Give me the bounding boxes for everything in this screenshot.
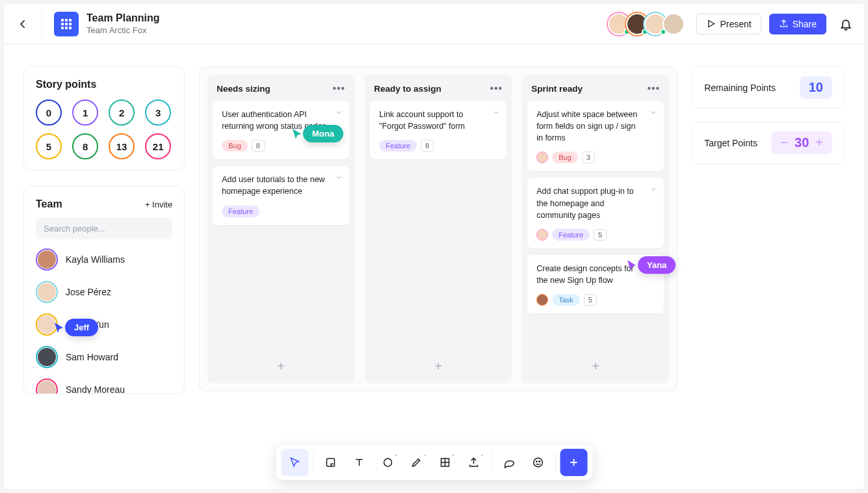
team-person[interactable]: Sandy Moreau (36, 379, 172, 394)
card-title: Create design concepts for the new Sign … (536, 263, 655, 286)
presence-avatars[interactable] (608, 13, 685, 35)
app-icon (54, 12, 79, 36)
team-person[interactable]: Sam Howard (36, 346, 172, 368)
person-name: Sam Howard (66, 352, 118, 362)
tool-upload[interactable]: ⌄ (460, 449, 487, 476)
team-person[interactable]: Aileen Yun (36, 313, 172, 336)
board-column: Needs sizing ••• User authentication API… (207, 75, 354, 383)
column-menu-button[interactable]: ••• (490, 83, 503, 94)
target-points-value: 30 (795, 135, 809, 150)
card-assignee-avatar (536, 294, 548, 306)
separator (312, 453, 313, 472)
card-tag: Task (552, 294, 580, 306)
tool-comment[interactable] (495, 449, 523, 476)
svg-rect-5 (69, 23, 72, 25)
column-add-button[interactable]: + (527, 355, 664, 378)
svg-rect-6 (61, 27, 64, 29)
person-name: Kayla Williams (66, 254, 125, 265)
tool-text[interactable] (345, 449, 373, 476)
column-title: Ready to assign (374, 84, 441, 94)
presence-avatar[interactable] (663, 13, 685, 35)
story-point-chip[interactable]: 0 (36, 100, 62, 126)
remaining-points-label: Remaining Points (704, 83, 776, 93)
target-points-panel: Target Points − 30 + (692, 122, 845, 164)
column-menu-button[interactable]: ••• (332, 83, 345, 94)
chevron-down-icon[interactable] (335, 172, 343, 184)
svg-marker-9 (709, 21, 715, 27)
team-title: Team (36, 198, 62, 210)
tool-sticker[interactable] (524, 449, 551, 476)
card-tag: Feature (552, 229, 590, 241)
team-person[interactable]: Kayla Williams (36, 248, 172, 271)
story-point-chip[interactable]: 8 (72, 133, 98, 159)
story-points-title: Story points (36, 79, 172, 90)
team-person[interactable]: Jose Pérez (36, 281, 172, 303)
search-people-input[interactable] (36, 218, 172, 239)
target-plus-button[interactable]: + (815, 135, 823, 150)
card-points: 3 (582, 152, 595, 163)
toolbar: ⌄ ⌄ ⌄ ⌄ (276, 445, 592, 480)
tool-shape[interactable]: ⌄ (374, 449, 401, 476)
chevron-down-icon[interactable] (335, 107, 343, 119)
invite-button[interactable]: + Invite (145, 200, 172, 209)
svg-rect-2 (69, 19, 72, 21)
story-point-chip[interactable]: 2 (109, 100, 135, 126)
board-card[interactable]: Create design concepts for the new Sign … (527, 255, 664, 313)
story-point-chip[interactable]: 3 (145, 100, 171, 126)
board-card[interactable]: Add chat support plug-in to the homepage… (527, 178, 664, 248)
svg-point-15 (539, 461, 540, 462)
card-points: 5 (594, 229, 607, 241)
card-tag: Feature (222, 206, 259, 217)
notifications-button[interactable] (839, 18, 852, 31)
tool-pencil[interactable]: ⌄ (402, 449, 430, 476)
svg-rect-7 (65, 27, 68, 29)
chevron-down-icon[interactable] (492, 107, 500, 119)
remaining-points-value: 10 (800, 76, 832, 99)
story-point-chip[interactable]: 13 (109, 133, 135, 159)
card-points: 5 (584, 294, 597, 306)
column-add-button[interactable]: + (370, 355, 506, 378)
chevron-down-icon[interactable] (650, 184, 657, 196)
present-label: Present (720, 19, 751, 29)
card-title: Add chat support plug-in to the homepage… (536, 185, 655, 220)
back-button[interactable] (16, 17, 30, 31)
board-column: Sprint ready ••• Adjust white space betw… (522, 75, 669, 383)
column-add-button[interactable]: + (213, 355, 349, 378)
card-title: Add user tutorials to the new homepage e… (222, 174, 340, 197)
tool-pointer[interactable] (281, 449, 308, 476)
story-point-chip[interactable]: 5 (36, 133, 62, 159)
remaining-points-panel: Remaining Points 10 (692, 66, 845, 109)
target-points-label: Target Points (704, 138, 757, 148)
board-column: Ready to assign ••• Link account support… (365, 75, 512, 383)
share-button[interactable]: Share (769, 14, 826, 34)
card-tag: Bug (552, 152, 578, 163)
svg-rect-0 (61, 19, 64, 21)
svg-point-14 (536, 461, 537, 462)
target-minus-button[interactable]: − (780, 135, 788, 150)
story-point-chip[interactable]: 21 (145, 133, 171, 159)
present-button[interactable]: Present (696, 14, 761, 34)
board-card[interactable]: Adjust white space between form fields o… (527, 101, 664, 171)
svg-rect-1 (65, 19, 68, 21)
tool-add[interactable] (560, 449, 587, 476)
card-tag: Feature (379, 140, 417, 152)
card-assignee-avatar (536, 229, 548, 241)
divider (42, 9, 42, 39)
tool-sticky[interactable] (317, 449, 344, 476)
svg-rect-3 (61, 23, 64, 25)
column-menu-button[interactable]: ••• (647, 83, 660, 94)
board-card[interactable]: Add user tutorials to the new homepage e… (213, 166, 349, 224)
column-title: Needs sizing (217, 84, 270, 94)
board-card[interactable]: User authentication API returning wrong … (213, 101, 349, 159)
card-assignee-avatar (536, 152, 548, 163)
story-point-chip[interactable]: 1 (72, 100, 98, 126)
share-label: Share (793, 19, 817, 29)
column-title: Sprint ready (531, 84, 583, 94)
board-card[interactable]: Link account support to "Forgot Password… (370, 101, 506, 159)
card-title: Adjust white space between form fields o… (536, 109, 655, 144)
card-points: 8 (421, 140, 434, 152)
chevron-down-icon[interactable] (650, 107, 657, 119)
card-title: User authentication API returning wrong … (222, 109, 340, 132)
tool-table[interactable]: ⌄ (431, 449, 458, 476)
chevron-down-icon[interactable] (650, 261, 657, 273)
